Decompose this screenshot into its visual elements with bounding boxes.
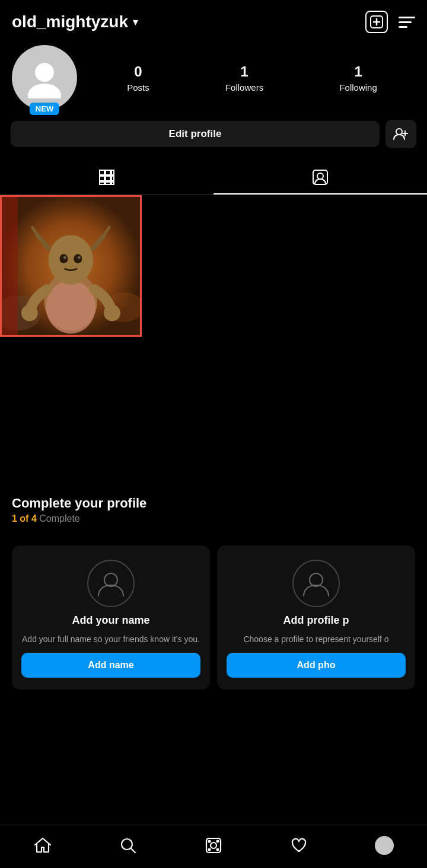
card-avatar-icon: [87, 560, 135, 607]
grid-item-6[interactable]: [285, 338, 427, 480]
svg-point-28: [63, 256, 66, 259]
photo-grid: [0, 195, 427, 479]
svg-rect-22: [0, 195, 18, 337]
svg-rect-9: [106, 170, 110, 175]
edit-profile-button[interactable]: Edit profile: [11, 121, 380, 147]
following-label: Following: [339, 82, 377, 92]
svg-rect-13: [111, 176, 114, 181]
tabs-row: [0, 160, 427, 195]
svg-point-44: [209, 849, 211, 851]
add-photo-card: Add profile p Choose a profile to repres…: [217, 545, 415, 690]
app-header: old_mightyzuk ▾: [0, 0, 427, 39]
svg-point-41: [211, 843, 216, 848]
svg-point-26: [59, 254, 68, 263]
svg-point-5: [396, 129, 402, 135]
hamburger-menu-button[interactable]: [399, 17, 415, 28]
complete-profile-subtitle: 1 of 4 Complete: [12, 513, 415, 524]
grid-item-4[interactable]: [0, 338, 142, 480]
tab-grid[interactable]: [0, 160, 214, 194]
svg-point-27: [74, 254, 82, 263]
svg-point-29: [78, 256, 81, 259]
add-name-button[interactable]: Add name: [21, 653, 200, 678]
complete-progress-colored: 1 of 4: [12, 513, 37, 524]
stat-followers[interactable]: 1 Followers: [225, 63, 263, 92]
svg-rect-10: [111, 170, 114, 175]
svg-point-25: [49, 235, 94, 285]
svg-rect-15: [106, 182, 110, 184]
svg-rect-12: [106, 176, 110, 181]
svg-rect-11: [100, 176, 104, 181]
svg-rect-14: [100, 182, 104, 184]
new-badge[interactable]: NEW: [30, 103, 59, 115]
complete-profile-section: Complete your profile 1 of 4 Complete: [0, 479, 427, 536]
header-left: old_mightyzuk ▾: [12, 12, 138, 31]
svg-point-3: [35, 63, 54, 82]
svg-point-24: [46, 280, 96, 333]
svg-point-18: [317, 173, 323, 179]
stat-posts[interactable]: 0 Posts: [127, 63, 149, 92]
svg-line-39: [131, 848, 135, 853]
posts-count: 0: [134, 63, 142, 80]
svg-point-37: [310, 573, 323, 586]
avatar-wrapper[interactable]: NEW: [12, 45, 77, 110]
grid-item-2[interactable]: [143, 195, 285, 337]
nav-search-button[interactable]: [110, 832, 146, 859]
followers-count: 1: [240, 63, 248, 80]
nav-activity-button[interactable]: [281, 832, 317, 859]
add-photo-button[interactable]: Add pho: [227, 653, 406, 678]
svg-point-34: [21, 305, 38, 321]
cards-row: Add your name Add your full name so your…: [0, 536, 427, 701]
complete-progress-rest: Complete: [37, 513, 80, 524]
add-photo-card-desc: Choose a profile to represent yourself o: [243, 634, 388, 646]
nav-home-button[interactable]: [25, 832, 60, 859]
add-person-button[interactable]: [385, 120, 416, 148]
svg-point-4: [28, 84, 61, 98]
add-photo-card-title: Add profile p: [283, 614, 349, 627]
svg-rect-8: [100, 170, 104, 175]
svg-point-35: [104, 305, 120, 321]
stat-following[interactable]: 1 Following: [339, 63, 377, 92]
card-avatar-icon-2: [292, 560, 340, 607]
profile-section: NEW 0 Posts 1 Followers 1 Following: [0, 39, 427, 120]
svg-point-36: [104, 573, 117, 586]
svg-rect-16: [111, 182, 114, 184]
nav-profile-avatar: [375, 836, 394, 855]
chevron-down-icon[interactable]: ▾: [133, 15, 138, 28]
add-name-card: Add your name Add your full name so your…: [12, 545, 210, 690]
profile-buttons-row: Edit profile: [0, 120, 427, 160]
following-count: 1: [354, 63, 362, 80]
username-label[interactable]: old_mightyzuk: [12, 12, 128, 31]
grid-item-3[interactable]: [285, 195, 427, 337]
add-name-card-title: Add your name: [72, 614, 149, 627]
tab-tagged[interactable]: [214, 160, 427, 194]
svg-point-43: [217, 841, 219, 843]
posts-label: Posts: [127, 82, 149, 92]
nav-profile-button[interactable]: [367, 832, 402, 859]
add-post-button[interactable]: [365, 11, 388, 33]
add-name-card-desc: Add your full name so your friends know …: [22, 634, 200, 646]
svg-point-42: [209, 841, 211, 843]
nav-reels-button[interactable]: [196, 832, 231, 859]
bottom-nav: [0, 825, 427, 868]
grid-item-1[interactable]: [0, 195, 142, 337]
complete-profile-title: Complete your profile: [12, 496, 415, 511]
stats-row: 0 Posts 1 Followers 1 Following: [89, 63, 415, 92]
svg-point-45: [217, 849, 219, 851]
header-right: [365, 11, 415, 33]
followers-label: Followers: [225, 82, 263, 92]
avatar: [12, 45, 77, 110]
grid-item-5[interactable]: [143, 338, 285, 480]
